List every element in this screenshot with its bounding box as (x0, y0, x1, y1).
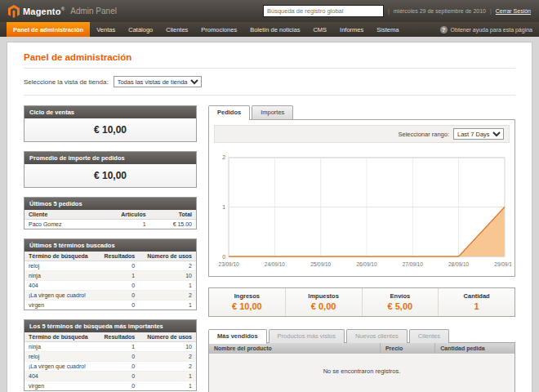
last-orders-rows: Paco Gomez1€ 15.00 (24, 220, 196, 229)
table-cell: 0 (97, 381, 139, 391)
dashboard-tab-importes[interactable]: Importes (252, 105, 293, 119)
table-row[interactable]: Paco Gomez1€ 15.00 (24, 220, 196, 229)
last-orders-box: Últimos 5 pedidos Cliente Artículos Tota… (24, 197, 197, 229)
range-select[interactable]: Last 7 Days (453, 128, 504, 140)
orders-chart-panel: Seleccionar rango: Last 7 Days 23/09/102… (208, 119, 515, 277)
table-cell: 404 (24, 372, 97, 381)
box-title: Los 5 términos de búsqueda más important… (24, 320, 196, 332)
table-cell: 0 (97, 352, 139, 362)
nav-item-clientes[interactable]: Clientes (159, 22, 194, 37)
total-ingresos: Ingresos€ 10,00 (209, 288, 285, 316)
separator: | (388, 8, 390, 14)
help-label: Obtener ayuda para esta página (451, 27, 532, 33)
svg-text:28/09/10: 28/09/10 (448, 261, 469, 267)
dashboard-tab-pedidos[interactable]: Pedidos (208, 105, 250, 120)
table-row[interactable]: ninja110 (24, 271, 196, 281)
table-cell: ninja (24, 342, 97, 352)
total-impuestos: Impuestos€ 0,00 (285, 288, 362, 316)
store-view-select[interactable]: Todas las vistas de tienda (114, 76, 202, 87)
total-label: Impuestos (286, 292, 362, 300)
table-cell: 10 (139, 271, 196, 281)
table-cell: 0 (97, 261, 139, 271)
global-search-input[interactable] (263, 5, 384, 17)
sidebar-stats: Ciclo de ventas € 10,00 Promedio de impo… (24, 105, 197, 392)
dashboard-main: PedidosImportes Seleccionar rango: Last … (208, 105, 515, 392)
magento-logo: Magento® Admin Panel (8, 5, 117, 18)
table-cell: 1 (94, 220, 149, 229)
total-envios: Envíos€ 5,00 (362, 288, 439, 316)
table-row[interactable]: reloj02 (24, 352, 196, 362)
current-date: miércoles 29 de septiembre de 2010 (394, 8, 486, 14)
svg-text:25/09/10: 25/09/10 (310, 261, 331, 267)
content: Panel de administración Seleccione la vi… (0, 37, 539, 392)
box-title: Últimos 5 pedidos (24, 198, 196, 210)
table-cell: 1 (97, 342, 139, 352)
table-cell: 404 (24, 281, 97, 291)
average-orders-box: Promedio de importe de pedidos € 10,00 (24, 151, 197, 188)
logout-link[interactable]: Cerrar Sesión (496, 8, 531, 14)
table-row[interactable]: 40401 (24, 372, 196, 381)
nav-item-promociones[interactable]: Promociones (194, 22, 243, 37)
table-cell: reloj (24, 352, 97, 362)
table-row[interactable]: ¡La virgen que cuadro!02 (24, 291, 196, 301)
total-value: € 10,00 (209, 301, 285, 311)
column-header: Término de búsqueda (24, 332, 97, 342)
table-cell: ninja (24, 271, 97, 281)
table-cell: virgen (24, 301, 97, 310)
table-cell: ¡La virgen que cuadro! (24, 362, 97, 372)
dashboard-page: Panel de administración Seleccione la vi… (7, 42, 532, 392)
column-header: Resultados (97, 332, 139, 342)
table-cell: 2 (139, 261, 196, 271)
range-selector: Seleccionar rango: Last 7 Days (214, 125, 510, 143)
main-nav: Panel de administraciónVentasCatálogoCli… (0, 22, 539, 37)
svg-text:24/09/10: 24/09/10 (265, 261, 285, 267)
table-cell: 0 (97, 362, 139, 372)
nav-item-cms[interactable]: CMS (306, 22, 333, 37)
total-value: € 5,00 (363, 301, 439, 311)
nav-item-catalogo[interactable]: Catálogo (122, 22, 159, 37)
nav-item-ventas[interactable]: Ventas (90, 22, 122, 37)
table-cell: 0 (97, 372, 139, 381)
column-header: Término de búsqueda (24, 252, 97, 261)
total-label: Cantidad (439, 292, 514, 300)
grid-tab-nuevos-clientes: Nuevos clientes (346, 329, 408, 343)
table-row[interactable]: ¡La virgen que cuadro!02 (24, 362, 196, 372)
table-row[interactable]: virgen01 (24, 301, 196, 310)
nav-item-informes[interactable]: Informes (333, 22, 370, 37)
svg-text:0: 0 (222, 254, 225, 260)
separator: | (490, 8, 492, 14)
svg-text:29/09/10: 29/09/10 (494, 261, 511, 267)
empty-grid-message: No se encontraron registros. (209, 354, 514, 392)
help-link[interactable]: ? Obtener ayuda para esta página (440, 22, 532, 37)
top-search-terms-rows: ninja110reloj02¡La virgen que cuadro!024… (24, 342, 196, 391)
table-cell: 0 (97, 291, 139, 301)
table-cell: 1 (139, 301, 196, 310)
grid-tabs: Más vendidosProductos más vistosNuevos c… (208, 329, 515, 343)
grid-tab-mas-vendidos[interactable]: Más vendidos (208, 329, 267, 344)
table-cell: 2 (139, 291, 196, 301)
column-header: Número de usos (139, 252, 196, 261)
last-search-terms-rows: reloj02ninja11040401¡La virgen que cuadr… (24, 261, 196, 310)
table-row[interactable]: 40401 (24, 281, 196, 291)
column-header: Resultados (97, 252, 139, 261)
nav-item-boletin-de-noticias[interactable]: Boletín de noticias (243, 22, 306, 37)
logo-text: Magento® (23, 7, 65, 16)
column-header: Número de usos (139, 332, 196, 342)
total-cantidad: Cantidad1 (438, 288, 514, 316)
nav-item-sistema[interactable]: Sistema (370, 22, 405, 37)
table-row[interactable]: reloj02 (24, 261, 196, 271)
bestsellers-grid: Nombre del producto Precio Cantidad pedi… (208, 342, 515, 392)
nav-item-dashboard[interactable]: Panel de administración (7, 22, 90, 37)
table-cell: 1 (139, 381, 196, 391)
table-row[interactable]: ninja110 (24, 342, 196, 352)
top-search-terms-box: Los 5 términos de búsqueda más important… (24, 319, 197, 391)
table-cell: 0 (97, 301, 139, 310)
column-header: Cantidad pedida (435, 343, 514, 354)
table-cell: 2 (139, 352, 196, 362)
magento-admin-panel: Magento® Admin Panel Accedió como aparco… (0, 0, 539, 392)
table-row[interactable]: virgen01 (24, 381, 196, 391)
store-view-label: Seleccione la vista de tienda: (24, 78, 109, 86)
svg-text:2: 2 (222, 154, 225, 160)
average-orders-value: € 10,00 (24, 164, 196, 187)
app-title: Admin Panel (70, 7, 117, 16)
